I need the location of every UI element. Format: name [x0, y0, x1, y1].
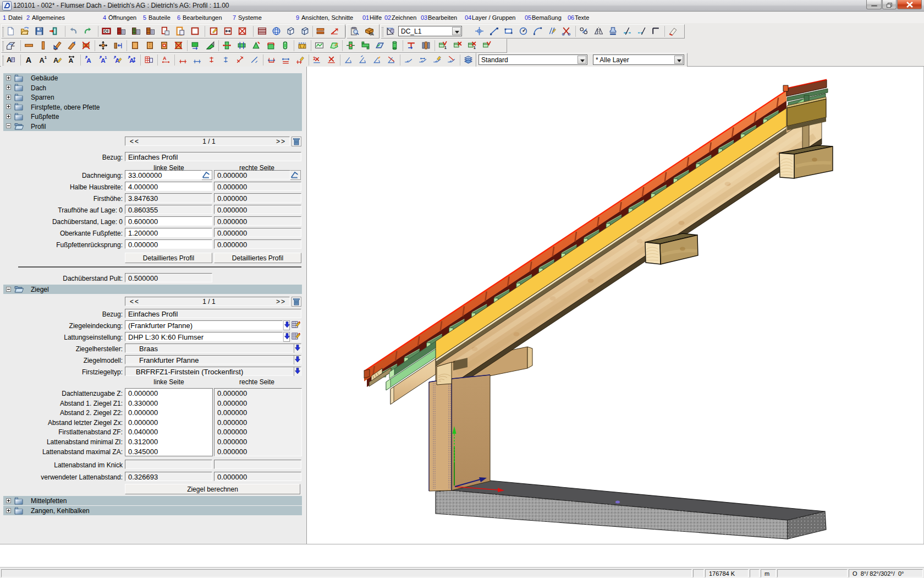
svg-text:A: A	[53, 56, 58, 64]
svg-text:1: 1	[105, 55, 107, 60]
svg-text:1: 1	[474, 45, 476, 50]
svg-text:A: A	[40, 56, 45, 64]
svg-text:A: A	[163, 56, 166, 61]
svg-text:1: 1	[444, 45, 447, 50]
svg-text:A: A	[7, 56, 12, 64]
svg-text:1: 1	[313, 56, 316, 61]
svg-text:A: A	[69, 57, 74, 64]
svg-text:A: A	[26, 56, 31, 64]
svg-text:GL: GL	[370, 32, 375, 36]
svg-text:A: A	[86, 57, 91, 64]
svg-text:1: 1	[45, 55, 47, 60]
